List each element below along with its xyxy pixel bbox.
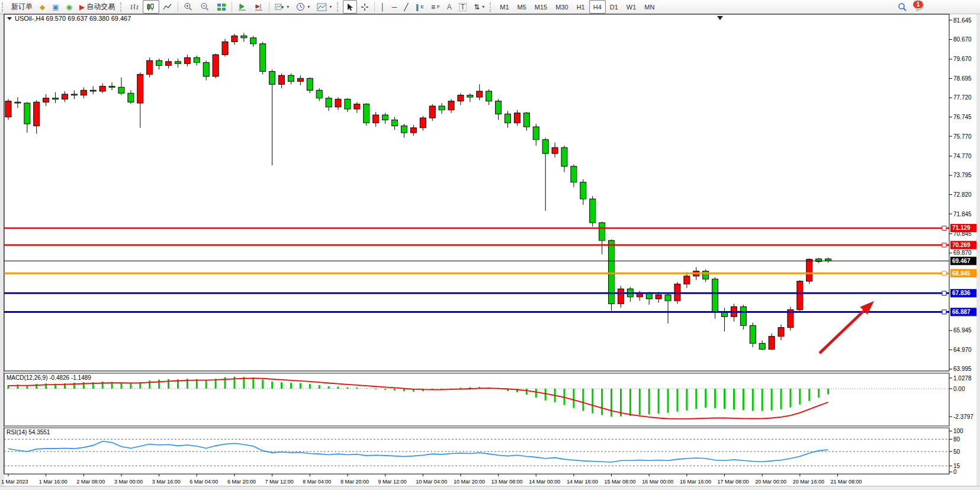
price-tick-label: 80.670	[953, 36, 972, 43]
price-tick-label: 76.745	[953, 114, 972, 120]
candle-body	[477, 91, 483, 97]
candle-body	[448, 101, 454, 110]
candle-body	[523, 113, 529, 127]
candle-body	[769, 337, 775, 350]
candle-body	[684, 276, 690, 284]
price-tick-label: 81.645	[953, 17, 972, 24]
candle-body	[590, 199, 596, 223]
candle-body	[703, 271, 709, 279]
candle-body	[514, 113, 520, 123]
candle-body	[364, 104, 369, 123]
candle-body	[410, 128, 416, 133]
time-tick-label: 14 Mar 00:00	[529, 479, 560, 485]
svg-text:66.887: 66.887	[952, 309, 971, 315]
candle-body	[326, 98, 332, 107]
candle-body	[486, 91, 492, 101]
svg-text:69.467: 69.467	[952, 258, 971, 264]
time-axis: 1 Mar 20231 Mar 16:002 Mar 08:003 Mar 00…	[1, 474, 862, 485]
time-tick-label: 8 Mar 04:00	[303, 479, 331, 485]
time-tick-label: 15 Mar 08:00	[605, 479, 636, 485]
candle-body	[354, 104, 360, 109]
candle-body	[297, 78, 303, 81]
candle-body	[345, 99, 351, 109]
candle-body	[740, 307, 746, 326]
time-tick-label: 16 Mar 00:00	[642, 479, 673, 485]
mt4-window: 新订单 ◆ ▣ ◉ ▶ 自动交易	[0, 0, 980, 490]
time-tick-label: 3 Mar 16:00	[152, 479, 181, 485]
macd-tick-label: 0.00	[953, 386, 965, 392]
candle-body	[797, 281, 803, 310]
candle-body	[542, 140, 548, 153]
time-tick-label: 21 Mar 08:00	[831, 479, 862, 485]
price-tick-label: 75.770	[953, 133, 972, 140]
time-tick-label: 6 Mar 04:00	[189, 479, 218, 485]
chart-panes	[4, 14, 949, 474]
time-tick-label: 6 Mar 20:00	[227, 479, 256, 485]
candle-body	[599, 223, 605, 241]
candle-body	[392, 120, 398, 126]
candle-body	[759, 343, 765, 349]
line-endpoint-marker[interactable]	[942, 291, 946, 295]
candle-body	[241, 36, 247, 38]
candle-body	[316, 90, 322, 98]
price-tick-label: 79.670	[953, 56, 972, 62]
price-tick-label: 71.845	[953, 211, 972, 217]
time-tick-label: 1 Mar 2023	[1, 479, 28, 485]
time-tick-label: 17 Mar 08:00	[718, 479, 749, 485]
candle-body	[750, 325, 756, 343]
line-endpoint-marker[interactable]	[942, 226, 946, 230]
candle-body	[250, 38, 256, 44]
candle-body	[15, 102, 21, 103]
price-tick-label: 63.995	[953, 366, 972, 372]
time-tick-label: 13 Mar 08:00	[491, 479, 523, 485]
macd-tick-label: -2.3797	[953, 414, 973, 420]
chart-canvas[interactable]: 81.64580.67079.67078.69577.72076.74575.7…	[0, 0, 980, 490]
price-tick-label: 73.795	[953, 172, 972, 178]
candle-body	[656, 295, 661, 299]
rsi-tick-label: 50	[953, 449, 960, 455]
candle-body	[420, 118, 426, 128]
candle-body	[166, 62, 172, 66]
macd-label: MACD(12,26,9) -0.4826 -1.1489	[7, 374, 91, 381]
candle-body	[496, 101, 502, 114]
candle-body	[288, 75, 294, 81]
rsi-tick-label: 0	[953, 469, 957, 475]
rsi-label: RSI(14) 54.3551	[7, 429, 50, 435]
candle-body	[335, 99, 341, 107]
candle-body	[552, 148, 558, 153]
chart-title: USOil-,H4 69.570 69.637 69.380 69.467	[7, 15, 131, 22]
candle-body	[618, 289, 624, 304]
price-tick-label: 72.820	[953, 191, 972, 198]
pane-splitter[interactable]	[4, 372, 949, 373]
time-tick-label: 10 Mar 04:00	[416, 479, 447, 485]
macd-tick-label: 1.0278	[953, 375, 972, 382]
candle-body	[184, 57, 190, 63]
candle-body	[53, 98, 59, 100]
candle-body	[467, 95, 473, 97]
svg-text:68.845: 68.845	[952, 270, 971, 277]
candle-body	[505, 114, 510, 123]
candle-body	[279, 75, 285, 84]
candle-body	[307, 78, 313, 90]
line-endpoint-marker[interactable]	[942, 310, 946, 314]
time-tick-label: 7 Mar 12:00	[265, 479, 294, 485]
candle-body	[458, 95, 464, 101]
pane-splitter[interactable]	[4, 427, 949, 428]
candle-body	[778, 328, 784, 337]
price-tick-label: 78.695	[953, 75, 972, 82]
candle-body	[807, 260, 812, 281]
candle-body	[609, 241, 615, 304]
svg-text:67.836: 67.836	[952, 290, 971, 296]
rsi-tick-label: 15	[953, 463, 960, 469]
time-tick-label: 10 Mar 20:00	[454, 479, 485, 485]
candle-body	[533, 127, 539, 140]
candle-body	[24, 103, 30, 124]
candle-body	[71, 94, 77, 95]
candle-body	[147, 60, 153, 74]
candle-body	[137, 75, 143, 103]
candle-body	[34, 102, 40, 126]
candle-body	[194, 57, 200, 62]
candle-body	[429, 106, 435, 118]
line-endpoint-marker[interactable]	[942, 271, 946, 276]
line-endpoint-marker[interactable]	[942, 243, 946, 247]
